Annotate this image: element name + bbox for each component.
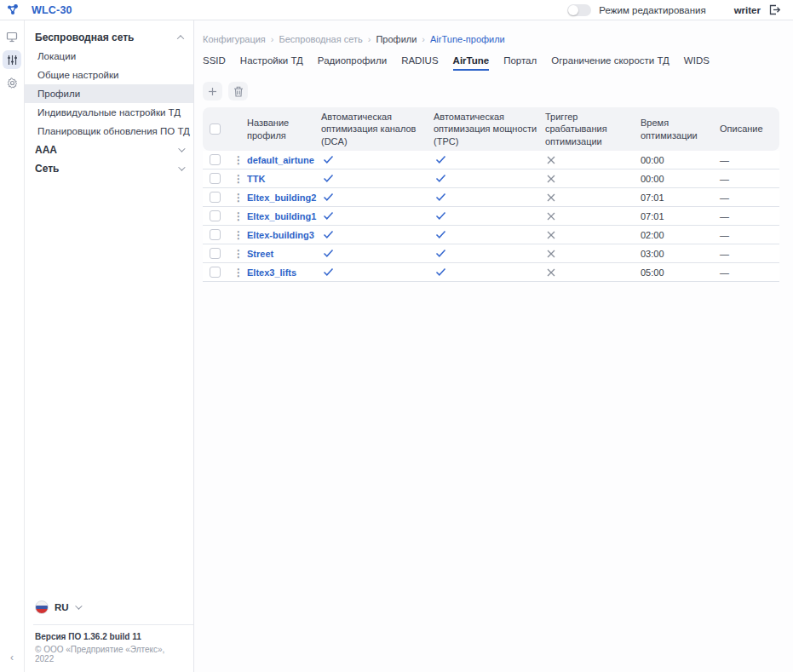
breadcrumb-configuration[interactable]: Конфигурация — [203, 34, 266, 44]
monitoring-icon[interactable] — [3, 27, 21, 46]
row-menu-icon[interactable]: ⋮ — [228, 155, 244, 165]
add-profile-button[interactable] — [203, 82, 222, 101]
tab-speed-limit[interactable]: Ограничение скорости ТД — [551, 55, 669, 71]
row-checkbox[interactable] — [210, 154, 221, 165]
logout-icon[interactable] — [768, 4, 781, 15]
check-icon — [321, 155, 334, 164]
tab-ssid[interactable]: SSID — [203, 55, 226, 71]
sidebar-section-aaa[interactable]: AAA — [25, 141, 193, 159]
row-checkbox[interactable] — [210, 192, 221, 203]
tab-radio-profiles[interactable]: Радиопрофили — [318, 55, 387, 71]
check-icon — [434, 155, 446, 164]
column-header-tpc: Автоматическая оптимизация мощности (TPC… — [434, 111, 545, 147]
tab-ap-settings[interactable]: Настройки ТД — [240, 55, 303, 71]
column-header-trigger: Триггер срабатывания оптимизации — [545, 111, 641, 147]
cross-icon — [545, 268, 555, 277]
row-checkbox[interactable] — [210, 229, 221, 240]
optimization-time: 03:00 — [641, 249, 720, 259]
description-value: — — [720, 174, 779, 184]
column-header-name: Название профиля — [247, 117, 321, 141]
sidebar-item-individual-ap-settings[interactable]: Индивидуальные настройки ТД — [25, 103, 193, 122]
row-menu-icon[interactable]: ⋮ — [228, 174, 244, 184]
optimization-time: 00:00 — [641, 174, 720, 184]
profile-name-link[interactable]: Street — [247, 249, 273, 259]
row-menu-icon[interactable]: ⋮ — [228, 249, 244, 259]
sidebar-item-locations[interactable]: Локации — [25, 47, 193, 66]
check-icon — [321, 192, 334, 202]
item-label: Индивидуальные настройки ТД — [37, 107, 181, 118]
breadcrumb-separator: › — [271, 34, 274, 44]
icon-rail: ‹ — [0, 20, 25, 672]
table-row[interactable]: ⋮ Eltex_building2 07:01 — — [203, 188, 779, 207]
row-checkbox[interactable] — [210, 267, 221, 278]
row-checkbox[interactable] — [210, 248, 221, 259]
configuration-icon[interactable] — [3, 50, 21, 69]
table-header: Название профиля Автоматическая оптимиза… — [203, 107, 779, 151]
chevron-up-icon — [177, 35, 184, 42]
tab-wids[interactable]: WIDS — [684, 55, 710, 71]
optimization-time: 00:00 — [641, 155, 720, 165]
profile-name-link[interactable]: Eltex3_lifts — [247, 267, 296, 278]
sidebar-section-wireless[interactable]: Беспроводная сеть — [25, 28, 193, 47]
cross-icon — [545, 231, 555, 239]
profiles-table: Название профиля Автоматическая оптимиза… — [203, 107, 779, 282]
profile-name-link[interactable]: Eltex_building2 — [247, 192, 316, 203]
description-value: — — [720, 267, 779, 278]
row-menu-icon[interactable]: ⋮ — [228, 230, 244, 240]
tab-airtune[interactable]: AirTune — [453, 55, 490, 71]
table-row[interactable]: ⋮ default_airtune 00:00 — — [203, 151, 779, 169]
sidebar-item-firmware-scheduler[interactable]: Планировщик обновления ПО ТД — [25, 122, 193, 141]
copyright: © ООО «Предприятие «Элтекс», 2022 — [25, 643, 193, 665]
section-label: Сеть — [35, 163, 59, 175]
sidebar-item-profiles[interactable]: Профили — [25, 84, 193, 103]
section-label: Беспроводная сеть — [35, 32, 134, 43]
breadcrumb-wireless[interactable]: Беспроводная сеть — [279, 34, 363, 44]
profile-name-link[interactable]: Eltex_building1 — [247, 211, 316, 221]
cross-icon — [545, 175, 555, 183]
check-icon — [434, 211, 446, 221]
delete-profile-button[interactable] — [228, 82, 248, 101]
username: writer — [734, 5, 761, 15]
language-selector[interactable]: RU — [25, 595, 193, 624]
row-menu-icon[interactable]: ⋮ — [228, 267, 244, 278]
sidebar-item-general-settings[interactable]: Общие настройки — [25, 66, 193, 84]
edit-mode-toggle[interactable] — [567, 4, 591, 16]
app-title: WLC-30 — [32, 4, 72, 16]
table-row[interactable]: ⋮ TTK 00:00 — — [203, 169, 779, 188]
tab-portal[interactable]: Портал — [503, 55, 537, 71]
check-icon — [321, 267, 334, 277]
optimization-time: 05:00 — [641, 267, 720, 278]
row-menu-icon[interactable]: ⋮ — [228, 211, 244, 221]
table-row[interactable]: ⋮ Eltex3_lifts 05:00 — — [203, 263, 779, 282]
row-menu-icon[interactable]: ⋮ — [228, 192, 244, 203]
sidebar-section-network[interactable]: Сеть — [25, 159, 193, 178]
select-all-checkbox[interactable] — [210, 123, 221, 135]
profile-name-link[interactable]: TTK — [247, 174, 265, 184]
optimization-time: 02:00 — [641, 230, 720, 240]
main-content: Конфигурация › Беспроводная сеть › Профи… — [194, 20, 793, 672]
check-icon — [434, 249, 446, 258]
collapse-sidebar-icon[interactable]: ‹ — [10, 652, 14, 663]
ru-flag-icon — [35, 600, 49, 614]
description-value: — — [720, 155, 779, 165]
check-icon — [434, 174, 446, 183]
profile-name-link[interactable]: default_airtune — [247, 155, 314, 165]
profile-name-link[interactable]: Eltex-building3 — [247, 230, 314, 240]
check-icon — [321, 230, 334, 239]
breadcrumb-profiles[interactable]: Профили — [376, 34, 417, 44]
row-checkbox[interactable] — [210, 210, 221, 221]
settings-gear-icon[interactable] — [3, 73, 21, 92]
cross-icon — [545, 156, 555, 164]
tab-radius[interactable]: RADIUS — [401, 55, 438, 71]
cross-icon — [545, 212, 555, 221]
check-icon — [321, 174, 334, 183]
table-row[interactable]: ⋮ Eltex-building3 02:00 — — [203, 226, 779, 244]
table-toolbar — [203, 82, 793, 101]
chevron-down-icon — [178, 164, 185, 170]
row-checkbox[interactable] — [210, 173, 221, 184]
item-label: Локации — [37, 51, 76, 61]
table-row[interactable]: ⋮ Eltex_building1 07:01 — — [203, 207, 779, 226]
app-logo-icon — [7, 4, 19, 15]
table-row[interactable]: ⋮ Street 03:00 — — [203, 244, 779, 263]
chevron-down-icon — [178, 145, 185, 152]
